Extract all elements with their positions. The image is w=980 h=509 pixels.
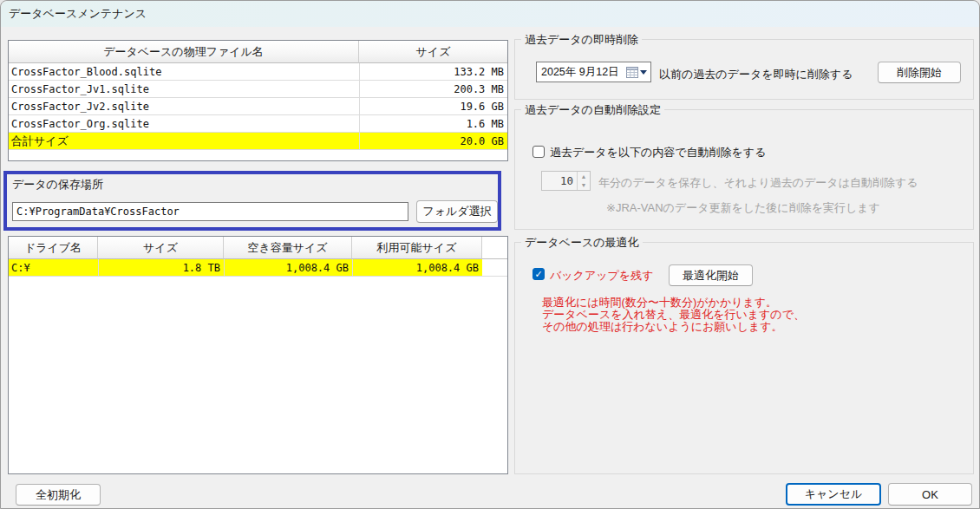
drive-header-name: ドライブ名 <box>9 237 98 259</box>
title-bar: データベースメンテナンス <box>1 1 979 27</box>
immediate-delete-description: 以前の過去のデータを即時に削除する <box>659 67 853 82</box>
warning-line: 最適化には時間(数分〜十数分)がかかります。 <box>542 297 805 309</box>
optimization-title: データベースの最適化 <box>521 235 643 251</box>
calendar-icon <box>626 66 638 78</box>
auto-delete-checkbox[interactable] <box>532 146 545 158</box>
file-table-header-name: データベースの物理ファイル名 <box>9 41 359 63</box>
drive-row: C:¥ 1.8 TB 1,008.4 GB 1,008.4 GB <box>9 259 507 277</box>
file-name: CrossFactor_Jv2.sqlite <box>9 98 359 114</box>
years-value: 10 <box>542 172 577 190</box>
drive-table: ドライブ名 サイズ 空き容量サイズ 利用可能サイズ C:¥ 1.8 TB 1,0… <box>8 236 508 474</box>
spinner-arrows: ▲ ▼ <box>577 172 590 190</box>
immediate-delete-group: 過去データの即時削除 2025年 9月12日 以前の過去のデータを即時に削除する… <box>514 39 974 100</box>
file-size: 19.6 GB <box>359 98 507 114</box>
ok-button[interactable]: OK <box>888 483 972 506</box>
warning-line: データベースを入れ替え、最適化を行いますので、 <box>542 309 805 321</box>
drive-name: C:¥ <box>9 259 98 276</box>
file-name: CrossFactor_Blood.sqlite <box>9 63 359 80</box>
database-maintenance-dialog: データベースメンテナンス データベースの物理ファイル名 サイズ CrossFac… <box>0 0 980 509</box>
drive-header-slack <box>482 237 507 259</box>
years-spinner: 10 ▲ ▼ <box>541 171 591 191</box>
storage-path-input[interactable] <box>12 202 408 221</box>
total-size: 20.0 GB <box>359 133 507 149</box>
checkmark-icon: ✓ <box>534 270 542 279</box>
chevron-down-icon <box>640 70 647 75</box>
delete-start-button[interactable]: 削除開始 <box>878 62 961 83</box>
file-name: CrossFactor_Jv1.sqlite <box>9 81 359 97</box>
full-reset-button[interactable]: 全初期化 <box>16 484 101 506</box>
file-size: 1.6 MB <box>359 115 507 132</box>
drive-free-size: 1,008.4 GB <box>224 259 352 276</box>
table-row: CrossFactor_Jv1.sqlite 200.3 MB <box>9 81 507 98</box>
total-size-row: 合計サイズ 20.0 GB <box>9 133 507 150</box>
folder-select-button[interactable]: フォルダ選択 <box>416 200 498 223</box>
drive-header-size: サイズ <box>98 237 224 259</box>
drive-table-header: ドライブ名 サイズ 空き容量サイズ 利用可能サイズ <box>9 237 507 259</box>
drive-header-free: 空き容量サイズ <box>224 237 352 259</box>
auto-delete-checkbox-label: 過去データを以下の内容で自動削除をする <box>550 145 766 160</box>
total-label: 合計サイズ <box>9 133 359 149</box>
dialog-title: データベースメンテナンス <box>9 1 147 27</box>
auto-delete-group: 過去データの自動削除設定 過去データを以下の内容で自動削除をする 10 ▲ ▼ … <box>514 109 974 230</box>
optimization-group: データベースの最適化 ✓ バックアップを残す 最適化開始 最適化には時間(数分〜… <box>514 242 974 474</box>
years-description: 年分のデータを保存し、それより過去のデータは自動削除する <box>598 175 918 191</box>
drive-header-available: 利用可能サイズ <box>352 237 482 259</box>
cancel-button[interactable]: キャンセル <box>786 483 881 506</box>
file-table-header-size: サイズ <box>359 41 507 63</box>
optimize-start-button[interactable]: 最適化開始 <box>669 264 753 286</box>
backup-checkbox-label: バックアップを残す <box>550 268 653 284</box>
jra-van-note: ※JRA-VANのデータ更新をした後に削除を実行します <box>606 200 880 216</box>
spinner-up-icon: ▲ <box>578 172 590 181</box>
file-size: 200.3 MB <box>359 81 507 97</box>
table-row: CrossFactor_Jv2.sqlite 19.6 GB <box>9 98 507 115</box>
file-size: 133.2 MB <box>359 63 507 80</box>
table-row: CrossFactor_Org.sqlite 1.6 MB <box>9 115 507 133</box>
file-size-table: データベースの物理ファイル名 サイズ CrossFactor_Blood.sql… <box>8 40 508 161</box>
drive-row-slack <box>482 259 507 276</box>
file-table-header: データベースの物理ファイル名 サイズ <box>9 41 507 63</box>
storage-location-label: データの保存場所 <box>12 177 103 193</box>
spinner-down-icon: ▼ <box>578 181 590 191</box>
optimization-warning: 最適化には時間(数分〜十数分)がかかります。 データベースを入れ替え、最適化を行… <box>542 297 805 333</box>
file-name: CrossFactor_Org.sqlite <box>9 115 359 132</box>
storage-location-section: データの保存場所 フォルダ選択 <box>3 171 501 231</box>
immediate-delete-title: 過去データの即時削除 <box>521 32 642 48</box>
delete-date-value: 2025年 9月12日 <box>537 65 626 80</box>
table-row: CrossFactor_Blood.sqlite 133.2 MB <box>9 63 507 81</box>
drive-available-size: 1,008.4 GB <box>352 259 482 276</box>
drive-size: 1.8 TB <box>98 259 224 276</box>
warning-line: その他の処理は行わないようにお願いします。 <box>542 321 805 333</box>
backup-checkbox[interactable]: ✓ <box>532 268 545 280</box>
auto-delete-title: 過去データの自動削除設定 <box>521 102 664 118</box>
delete-date-picker[interactable]: 2025年 9月12日 <box>536 62 651 82</box>
